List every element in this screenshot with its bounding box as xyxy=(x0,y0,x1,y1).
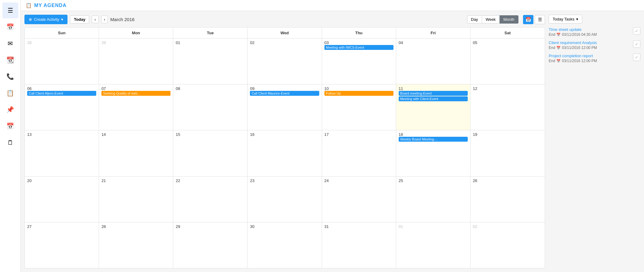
calendar-small-icon: 📅 xyxy=(556,33,561,37)
cal-header-tue: Tue xyxy=(173,28,247,38)
cell-number: 01 xyxy=(399,224,403,229)
week-view-button[interactable]: Week xyxy=(482,15,500,24)
right-panel: Today Tasks ▾ Time sheet updateEnd 📅 03/… xyxy=(549,15,640,268)
end-label: End xyxy=(549,32,555,37)
cal-header-sun: Sun xyxy=(25,28,99,38)
end-label: End xyxy=(549,46,555,50)
cal-cell[interactable]: 01 xyxy=(396,222,470,268)
cell-number: 08 xyxy=(176,86,180,91)
toolbar: ⊕ Create Activity ▾ Today ‹ › March 2016… xyxy=(24,15,545,24)
cal-cell[interactable]: 02 xyxy=(470,222,545,268)
calendar-event[interactable]: Follow Up xyxy=(324,91,393,96)
cell-number: 02 xyxy=(250,40,254,45)
cal-cell[interactable]: 10Follow Up xyxy=(322,84,396,130)
cal-cell[interactable]: 02 xyxy=(247,39,322,84)
cell-number: 28 xyxy=(27,40,31,45)
list-view-icon-button[interactable]: ☰ xyxy=(535,15,545,24)
task-title[interactable]: Project completion report xyxy=(549,54,593,58)
sidebar: ☰📅✉📆📞📋📌📅🗒 xyxy=(0,0,21,272)
cal-cell[interactable]: 06Call Client Aljero-Event xyxy=(25,84,99,130)
cal-cell[interactable]: 20 xyxy=(25,177,99,222)
cal-week-4: 27282930310102 xyxy=(25,222,545,268)
prev-button[interactable]: ‹ xyxy=(92,16,98,23)
cal-cell[interactable]: 31 xyxy=(322,222,396,268)
cal-cell[interactable]: 19 xyxy=(470,130,545,176)
calendar-section: ⊕ Create Activity ▾ Today ‹ › March 2016… xyxy=(24,15,545,268)
sidebar-item-notes[interactable]: 🗒 xyxy=(2,135,18,151)
content-area: ⊕ Create Activity ▾ Today ‹ › March 2016… xyxy=(21,11,644,272)
cal-cell[interactable]: 21 xyxy=(99,177,173,222)
cal-cell[interactable]: 28 xyxy=(25,39,99,84)
cal-cell[interactable]: 28 xyxy=(99,222,173,268)
sidebar-item-mail[interactable]: ✉ xyxy=(2,35,18,51)
cal-cell[interactable]: 08 xyxy=(173,84,247,130)
view-buttons: Day Week Month xyxy=(467,15,518,24)
cal-week-2: 131415161718Weekly Board Meeting-...19 xyxy=(25,130,545,176)
header-icon: 📋 xyxy=(26,2,32,8)
cal-cell[interactable]: 18Weekly Board Meeting-... xyxy=(396,130,470,176)
cal-cell[interactable]: 11Board meeting-EventMeeting with Client… xyxy=(396,84,470,130)
sidebar-item-calendar-check[interactable]: 📋 xyxy=(2,85,18,101)
cal-week-0: 2829010203Meeting with IWCS-Event0405 xyxy=(25,39,545,84)
month-view-button[interactable]: Month xyxy=(499,15,518,24)
cal-cell[interactable]: 09Call Client Maurice-Event xyxy=(247,84,322,130)
calendar-event[interactable]: Seeking Quality of web... xyxy=(101,91,170,96)
calendar-event[interactable]: Meeting with IWCS-Event xyxy=(324,45,393,50)
cal-cell[interactable]: 29 xyxy=(99,39,173,84)
task-list: Time sheet updateEnd 📅 03/11/2016 04:30 … xyxy=(549,27,640,63)
cal-cell[interactable]: 15 xyxy=(173,130,247,176)
cal-cell[interactable]: 30 xyxy=(247,222,322,268)
cal-cell[interactable]: 12 xyxy=(470,84,545,130)
calendar-event[interactable]: Board meeting-Event xyxy=(399,91,468,96)
cal-cell[interactable]: 13 xyxy=(25,130,99,176)
today-tasks-button[interactable]: Today Tasks ▾ xyxy=(549,15,582,24)
task-title[interactable]: Client requirement Analysis xyxy=(549,40,597,45)
create-activity-button[interactable]: ⊕ Create Activity ▾ xyxy=(24,15,68,24)
cell-number: 14 xyxy=(101,132,106,137)
next-button[interactable]: › xyxy=(101,16,108,23)
cal-cell[interactable]: 27 xyxy=(25,222,99,268)
cal-cell[interactable]: 24 xyxy=(322,177,396,222)
cal-cell[interactable]: 03Meeting with IWCS-Event xyxy=(322,39,396,84)
sidebar-item-menu[interactable]: ☰ xyxy=(2,2,18,18)
cal-cell[interactable]: 17 xyxy=(322,130,396,176)
cal-cell[interactable]: 29 xyxy=(173,222,247,268)
sidebar-item-phone[interactable]: 📞 xyxy=(2,69,18,84)
calendar-event[interactable]: Call Client Aljero-Event xyxy=(27,91,96,96)
calendar-event[interactable]: Meeting with Client-Event xyxy=(399,96,468,101)
calendar-grid: SunMonTueWedThuFriSat 2829010203Meeting … xyxy=(24,27,545,268)
cal-cell[interactable]: 04 xyxy=(396,39,470,84)
cell-number: 11 xyxy=(399,86,403,91)
cal-cell[interactable]: 01 xyxy=(173,39,247,84)
cal-cell[interactable]: 14 xyxy=(99,130,173,176)
cal-cell[interactable]: 07Seeking Quality of web... xyxy=(99,84,173,130)
task-check-button[interactable]: ✓ xyxy=(633,54,640,61)
cal-cell[interactable]: 16 xyxy=(247,130,322,176)
sidebar-item-calendar-blue[interactable]: 📆 xyxy=(2,52,18,68)
calendar-event[interactable]: Call Client Maurice-Event xyxy=(250,91,319,96)
task-check-button[interactable]: ✓ xyxy=(633,40,640,48)
cell-number: 03 xyxy=(324,40,329,45)
cal-header-mon: Mon xyxy=(99,28,173,38)
task-check-button[interactable]: ✓ xyxy=(633,27,640,35)
day-view-button[interactable]: Day xyxy=(467,15,482,24)
cal-cell[interactable]: 22 xyxy=(173,177,247,222)
cell-number: 24 xyxy=(324,178,329,183)
task-title[interactable]: Time sheet update xyxy=(549,27,581,32)
task-content: Project completion reportEnd 📅 03/11/201… xyxy=(549,54,631,63)
cal-cell[interactable]: 26 xyxy=(470,177,545,222)
cal-cell[interactable]: 05 xyxy=(470,39,545,84)
sidebar-item-calendar-red[interactable]: 📅 xyxy=(2,19,18,35)
task-item: Client requirement AnalysisEnd 📅 03/11/2… xyxy=(549,40,640,50)
plus-icon: ⊕ xyxy=(29,17,32,22)
calendar-small-icon: 📅 xyxy=(556,46,561,50)
sidebar-item-calendar-star[interactable]: 📅 xyxy=(2,118,18,134)
cal-cell[interactable]: 25 xyxy=(396,177,470,222)
calendar-view-icon-button[interactable]: 📅 xyxy=(523,15,533,24)
calendar-event[interactable]: Weekly Board Meeting-... xyxy=(399,137,468,142)
cell-number: 21 xyxy=(101,178,106,183)
cal-cell[interactable]: 23 xyxy=(247,177,322,222)
today-button[interactable]: Today xyxy=(70,15,89,24)
sidebar-item-pin[interactable]: 📌 xyxy=(2,102,18,117)
task-content: Time sheet updateEnd 📅 03/11/2016 04:30 … xyxy=(549,27,631,37)
